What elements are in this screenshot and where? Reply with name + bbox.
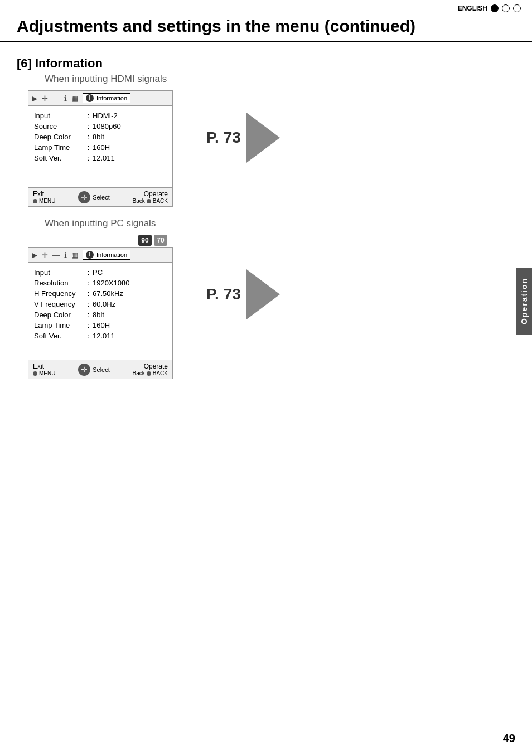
pc-tab-icons: ▶ ✛ — ℹ ▦ [32,251,78,259]
footer-exit-label: Exit [33,190,44,198]
row-label: Resolution [34,279,84,287]
pc-footer-select-label: Select [93,366,110,373]
table-row: Input : HDMI-2 [34,110,167,121]
table-row: Deep Color : 8bit [34,132,167,142]
row-colon: : [84,133,93,141]
footer-operate-area: Operate Back BACK [133,190,168,204]
row-label: Lamp Time [34,321,84,329]
pc-badge-row: 90 70 [28,235,173,246]
pc-footer-exit-label: Exit [33,362,44,370]
pc-page-ref-area: P. 73 [206,247,280,319]
footer-menu-dot: MENU [33,198,55,204]
pc-tab-icon-plus: ✛ [42,251,48,259]
table-row: Source : 1080p60 [34,121,167,132]
row-colon: : [84,154,93,162]
row-colon: : [84,332,93,340]
hdmi-arrow-right [246,113,280,163]
pc-footer-operate-label: Operate [144,362,168,370]
row-colon: : [84,143,93,152]
pc-info-icon: i [86,251,94,259]
pc-footer-select-area: ✛ Select [78,364,110,376]
row-value: 67.50kHz [93,289,123,298]
footer-back-code: BACK [153,198,168,204]
row-label: Input [34,112,84,120]
table-row: Input : PC [34,267,167,278]
footer-back-dot: Back BACK [133,198,168,204]
table-row: Lamp Time : 160H [34,320,167,331]
pc-footer-back-dot: Back BACK [133,370,168,376]
lang-dot-1 [491,4,499,12]
row-colon: : [84,289,93,298]
pc-dpad-icon: ✛ [78,364,90,376]
row-value: 160H [93,143,110,152]
hdmi-section: ▶ ✛ — ℹ ▦ i Information Input : HDMI-2 S… [0,90,532,207]
hdmi-active-tab-label: Information [96,95,127,101]
footer-select-label: Select [93,194,110,201]
hdmi-tab-icons: ▶ ✛ — ℹ ▦ [32,94,78,103]
row-colon: : [84,300,93,308]
footer-back-label: Back [133,198,145,204]
dpad-icon: ✛ [78,191,90,203]
row-value: HDMI-2 [93,112,118,120]
row-value: 8bit [93,311,104,319]
hdmi-active-tab: i Information [83,93,130,103]
tab-icon-grid: ▦ [71,94,78,103]
tab-icon-plus: ✛ [42,94,48,103]
row-label: Soft Ver. [34,154,84,162]
pc-tab-icon-grid: ▦ [71,251,78,259]
row-value: 8bit [93,133,104,141]
lang-dot-3 [513,4,521,12]
pc-tab-icon-view: ▶ [32,251,37,259]
row-colon: : [84,321,93,329]
language-indicator: ENGLISH [458,4,521,12]
pc-active-tab: i Information [83,250,130,260]
hdmi-arrow-row: P. 73 [206,113,280,163]
row-label: Deep Color [34,133,84,141]
hdmi-menu-panel: ▶ ✛ — ℹ ▦ i Information Input : HDMI-2 S… [28,90,173,207]
hdmi-page-ref-area: P. 73 [206,90,280,163]
pc-menu-dot-icon [33,371,37,376]
pc-footer-exit-area: Exit MENU [33,362,55,376]
pc-page-ref: P. 73 [206,285,241,303]
operation-tab: Operation [516,268,532,335]
table-row: Soft Ver. : 12.011 [34,153,167,163]
row-label: Deep Color [34,311,84,319]
row-label: Lamp Time [34,143,84,152]
hdmi-sub-heading: When inputting HDMI signals [0,74,532,90]
row-label: V Frequency [34,300,84,308]
row-value: PC [93,268,103,277]
row-value: 1080p60 [93,122,121,130]
section-title: Information [35,56,103,71]
pc-arrow-right [246,269,280,319]
tab-icon-settings: ℹ [64,94,67,103]
tab-icon-dash: — [52,94,60,103]
pc-menu-panel: ▶ ✛ — ℹ ▦ i Information Input : PC Resol… [28,247,173,379]
footer-operate-label: Operate [144,190,168,198]
tab-icon-view: ▶ [32,94,37,103]
lang-dot-2 [502,4,510,12]
row-value: 160H [93,321,110,329]
pc-tab-bar: ▶ ✛ — ℹ ▦ i Information [28,248,172,263]
row-value: 12.011 [93,154,115,162]
row-colon: : [84,112,93,120]
pc-badge-70: 70 [154,235,167,246]
hdmi-tab-bar: ▶ ✛ — ℹ ▦ i Information [28,91,172,106]
row-value: 12.011 [93,332,115,340]
footer-menu-label: MENU [39,198,55,204]
table-row: H Frequency : 67.50kHz [34,288,167,299]
pc-footer-operate-area: Operate Back BACK [133,362,168,376]
row-value: 60.0Hz [93,300,115,308]
table-row: Lamp Time : 160H [34,142,167,153]
row-colon: : [84,279,93,287]
pc-footer-menu-label: MENU [39,370,55,376]
table-row: Resolution : 1920X1080 [34,278,167,288]
pc-arrow-row: P. 73 [206,269,280,319]
pc-active-tab-label: Information [96,251,127,258]
page-number: 49 [503,732,515,745]
footer-exit-area: Exit MENU [33,190,55,204]
pc-badge-90: 90 [138,235,152,246]
pc-menu-footer: Exit MENU ✛ Select Operate Back BACK [28,360,172,379]
hdmi-page-ref: P. 73 [206,129,241,147]
dpad-symbol: ✛ [81,193,88,202]
pc-footer-menu-dot: MENU [33,370,55,376]
